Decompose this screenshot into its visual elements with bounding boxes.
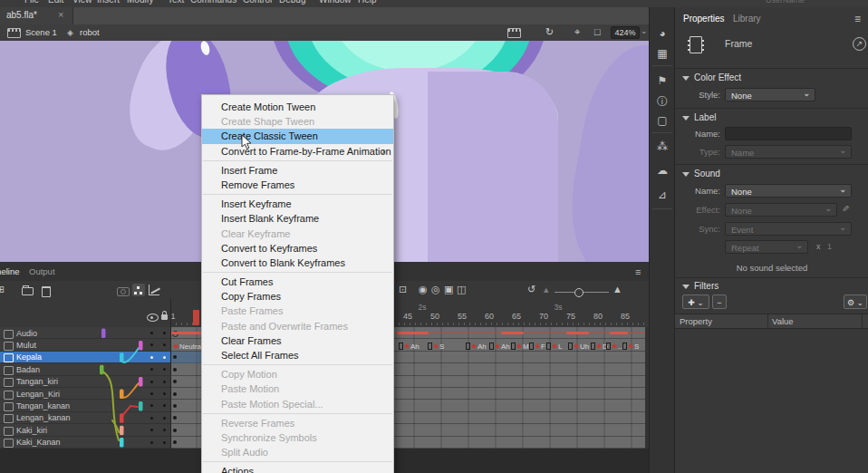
- mouth-keyframe-ah[interactable]: Ah: [399, 342, 420, 352]
- menu-item-insert-frame[interactable]: Insert Frame: [202, 163, 393, 178]
- timeline-zoom-slider[interactable]: [555, 292, 609, 293]
- mouth-keyframe-m[interactable]: M: [511, 342, 529, 352]
- sound-name-dropdown[interactable]: None: [725, 184, 852, 198]
- panel-menu-icon[interactable]: ≡: [635, 266, 641, 277]
- new-layer-icon[interactable]: ⊞: [0, 284, 5, 295]
- mouth-keyframe-ah[interactable]: Ah: [466, 342, 487, 352]
- menu-item-paste-and-overwrite-frames[interactable]: Paste and Overwrite Frames: [202, 319, 393, 333]
- layer-lengan-kanan[interactable]: Lengan_kanan: [0, 412, 170, 424]
- edit-multiple-frames-icon[interactable]: ▣: [444, 284, 453, 295]
- graph-view-icon[interactable]: [149, 285, 159, 295]
- menu-item-clear-frames[interactable]: Clear Frames: [202, 333, 393, 348]
- swatches-panel-icon[interactable]: ▦: [650, 47, 675, 60]
- menu-debug[interactable]: Debug: [279, 0, 305, 5]
- menu-item-create-shape-tween[interactable]: Create Shape Tween: [202, 114, 393, 129]
- menu-item-split-audio[interactable]: Split Audio: [202, 445, 393, 459]
- layer-kepala[interactable]: Kepala: [0, 352, 170, 363]
- menu-file[interactable]: File: [24, 0, 39, 5]
- menu-item-paste-frames[interactable]: Paste Frames: [202, 304, 393, 318]
- layer-lock-dot[interactable]: [163, 404, 166, 407]
- info-panel-icon[interactable]: ⓘ: [650, 94, 675, 110]
- menu-control[interactable]: Control: [243, 0, 272, 5]
- menu-modify[interactable]: Modify: [127, 0, 153, 5]
- stage-zoom-level[interactable]: 424%: [611, 26, 640, 39]
- user-account-label[interactable]: UserName: [766, 0, 805, 5]
- breadcrumb-scene[interactable]: Scene 1: [25, 27, 57, 37]
- color-panel-icon[interactable]: ◕: [650, 27, 675, 40]
- section-sound[interactable]: Sound: [682, 169, 720, 179]
- layer-lock-dot[interactable]: [163, 343, 166, 346]
- zoom-fit-icon[interactable]: ▲: [612, 284, 622, 295]
- camera-icon[interactable]: [117, 287, 130, 296]
- menu-item-clear-keyframe[interactable]: Clear Keyframe: [202, 227, 393, 241]
- mouth-keyframe-s[interactable]: S: [428, 342, 444, 352]
- menu-item-paste-motion[interactable]: Paste Motion: [202, 381, 393, 396]
- layer-lock-dot[interactable]: [163, 356, 166, 359]
- layer-visibility-dot[interactable]: [150, 343, 153, 346]
- layer-lock-dot[interactable]: [163, 381, 166, 383]
- close-icon[interactable]: ×: [58, 9, 63, 20]
- modify-markers-icon[interactable]: ◫: [457, 284, 466, 295]
- panel-menu-icon[interactable]: ≡: [854, 13, 861, 25]
- layer-audio[interactable]: Audio: [0, 327, 170, 339]
- menu-item-synchronize-symbols[interactable]: Synchronize Symbols: [202, 430, 393, 445]
- layer-kaki-kanan[interactable]: Kaki_Kanan: [0, 437, 170, 449]
- menu-item-convert-to-blank-keyframes[interactable]: Convert to Blank Keyframes: [202, 256, 393, 270]
- layer-tangan-kiri[interactable]: Tangan_kiri: [0, 376, 170, 388]
- menu-item-copy-motion[interactable]: Copy Motion: [202, 367, 393, 381]
- mouth-keyframe-uh[interactable]: Uh: [568, 342, 589, 352]
- layer-kaki-kiri[interactable]: Kaki_kiri: [0, 424, 170, 436]
- slider-knob[interactable]: [574, 288, 583, 297]
- layer-visibility-dot[interactable]: [150, 332, 153, 334]
- clapperboard-icon[interactable]: [507, 28, 521, 38]
- mouth-keyframe-d[interactable]: D: [591, 342, 608, 352]
- menu-item-copy-frames[interactable]: Copy Frames: [202, 289, 393, 304]
- menu-help[interactable]: Help: [358, 0, 377, 5]
- menu-item-paste-motion-special[interactable]: Paste Motion Special...: [202, 397, 393, 411]
- layer-lock-dot[interactable]: [163, 368, 166, 371]
- menu-item-create-motion-tween[interactable]: Create Motion Tween: [202, 100, 393, 114]
- chevron-down-icon[interactable]: ⌄: [641, 26, 648, 35]
- tab-library[interactable]: Library: [733, 14, 761, 24]
- tab-timeline[interactable]: Timeline: [0, 266, 20, 276]
- onion-skin-icon[interactable]: ◉: [419, 284, 428, 295]
- mouth-keyframe-ah[interactable]: Ah: [489, 342, 510, 352]
- menu-item-reverse-frames[interactable]: Reverse Frames: [202, 416, 393, 430]
- document-tab[interactable]: ab5.fla* ×: [0, 7, 73, 24]
- mouth-keyframe-neutral[interactable]: Neutral: [174, 342, 203, 352]
- lock-column-icon[interactable]: [161, 314, 168, 320]
- menu-commands[interactable]: Commands: [190, 0, 236, 5]
- menu-item-cut-frames[interactable]: Cut Frames: [202, 275, 393, 289]
- layer-visibility-dot[interactable]: [150, 441, 153, 444]
- section-filters[interactable]: Filters: [682, 281, 719, 291]
- label-name-input[interactable]: [725, 127, 852, 140]
- show-hide-column-icon[interactable]: [147, 314, 159, 322]
- layer-lock-dot[interactable]: [163, 429, 166, 431]
- layer-lengan-kiri[interactable]: Lengan_Kiri: [0, 388, 170, 400]
- remove-filter-button[interactable]: −: [712, 294, 727, 309]
- layer-visibility-dot[interactable]: [150, 404, 153, 407]
- zoom-out-icon[interactable]: ▴: [544, 284, 549, 295]
- layer-visibility-dot[interactable]: [150, 368, 153, 371]
- delete-layer-icon[interactable]: [42, 286, 51, 297]
- clip-content-icon[interactable]: □: [594, 26, 601, 37]
- layer-visibility-dot[interactable]: [150, 392, 153, 395]
- layer-tangan-kanan[interactable]: Tangan_kanan: [0, 400, 170, 411]
- menu-item-create-classic-tween[interactable]: Create Classic Tween: [202, 129, 393, 143]
- layer-lock-dot[interactable]: [163, 392, 166, 395]
- parenting-view-icon[interactable]: [132, 284, 145, 296]
- center-frame-icon[interactable]: ⊡: [399, 284, 407, 295]
- new-folder-icon[interactable]: [22, 287, 34, 295]
- layer-visibility-dot[interactable]: [150, 356, 153, 359]
- layer-lock-dot[interactable]: [163, 441, 166, 444]
- loop-playback-icon[interactable]: ↺: [527, 284, 535, 295]
- layer-visibility-dot[interactable]: [150, 381, 153, 383]
- menu-item-convert-to-frame-by-frame-animation[interactable]: Convert to Frame-by-Frame Animation›: [202, 144, 393, 159]
- menu-insert[interactable]: Insert: [97, 0, 120, 5]
- cc-libraries-panel-icon[interactable]: ☁: [650, 164, 675, 177]
- add-filter-button[interactable]: ✚ ⌄: [682, 294, 709, 309]
- menu-item-insert-keyframe[interactable]: Insert Keyframe: [202, 197, 393, 211]
- playhead[interactable]: [193, 310, 199, 325]
- section-label[interactable]: Label: [682, 112, 716, 122]
- transform-panel-icon[interactable]: ▢: [650, 114, 675, 127]
